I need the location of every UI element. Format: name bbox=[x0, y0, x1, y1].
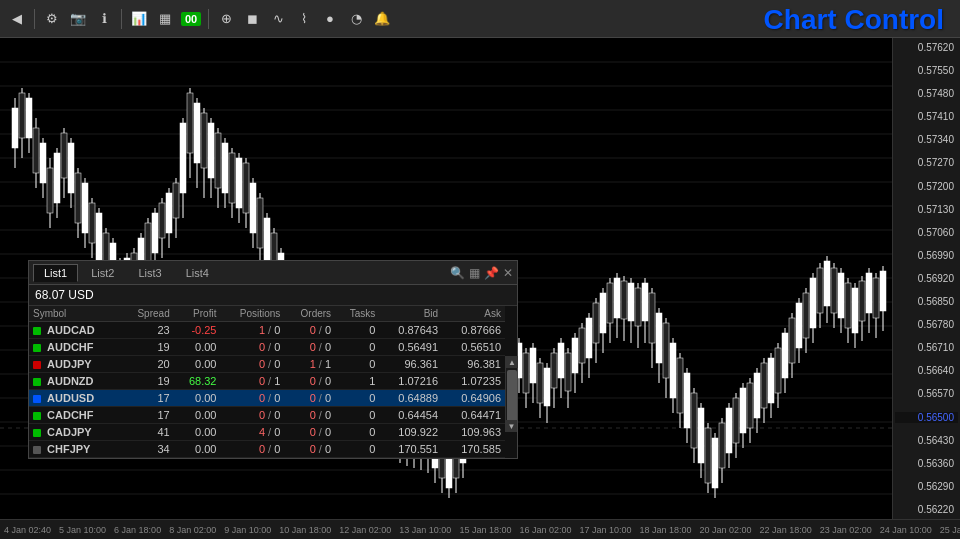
table-row[interactable]: AUDCAD 23 -0.25 1 / 0 0 / 0 0 0.87643 0.… bbox=[29, 322, 505, 339]
cell-profit: 68.32 bbox=[174, 373, 221, 390]
cell-bid: 0.64454 bbox=[379, 407, 442, 424]
cell-spread: 17 bbox=[121, 407, 174, 424]
svg-rect-24 bbox=[19, 93, 25, 138]
cell-symbol: AUDCAD bbox=[29, 322, 121, 339]
cell-tasks: 0 bbox=[335, 339, 379, 356]
svg-rect-78 bbox=[208, 123, 214, 178]
crosshair-button[interactable]: ⊕ bbox=[215, 8, 237, 30]
cell-bid: 0.87643 bbox=[379, 322, 442, 339]
settings-button[interactable]: ⚙ bbox=[41, 8, 63, 30]
svg-rect-60 bbox=[145, 223, 151, 263]
tab-list1[interactable]: List1 bbox=[33, 264, 78, 282]
cell-positions: 1 / 0 bbox=[220, 322, 284, 339]
svg-rect-212 bbox=[677, 358, 683, 413]
svg-rect-86 bbox=[236, 158, 242, 208]
tab-list3[interactable]: List3 bbox=[128, 264, 173, 282]
close-icon[interactable]: ✕ bbox=[503, 266, 513, 280]
svg-rect-28 bbox=[33, 128, 39, 173]
time-label: 6 Jan 18:00 bbox=[110, 525, 165, 535]
wave2-button[interactable]: ⌇ bbox=[293, 8, 315, 30]
svg-rect-182 bbox=[572, 338, 578, 373]
search-icon[interactable]: 🔍 bbox=[450, 266, 465, 280]
cell-bid: 109.922 bbox=[379, 424, 442, 441]
time-label: 24 Jan 10:00 bbox=[876, 525, 936, 535]
price-scale: 0.57620 0.57550 0.57480 0.57410 0.57340 … bbox=[892, 38, 960, 519]
price-label-8: 0.57130 bbox=[895, 204, 958, 215]
line-button[interactable]: ◼ bbox=[241, 8, 263, 30]
scrollbar[interactable]: ▲ ▼ bbox=[505, 356, 517, 432]
cell-tasks: 0 bbox=[335, 424, 379, 441]
svg-rect-22 bbox=[12, 108, 18, 148]
circle-button[interactable]: ● bbox=[319, 8, 341, 30]
pie-button[interactable]: ◔ bbox=[345, 8, 367, 30]
symbol-dot bbox=[33, 378, 41, 386]
price-label-4: 0.57410 bbox=[895, 111, 958, 122]
table-row[interactable]: CHFJPY 34 0.00 0 / 0 0 / 0 0 170.551 170… bbox=[29, 441, 505, 458]
diamond-button[interactable]: 00 bbox=[180, 8, 202, 30]
svg-rect-228 bbox=[733, 398, 739, 443]
cell-bid: 1.07216 bbox=[379, 373, 442, 390]
svg-rect-176 bbox=[551, 353, 557, 388]
svg-rect-256 bbox=[831, 268, 837, 313]
cell-orders: 0 / 0 bbox=[284, 322, 335, 339]
cell-symbol: AUDJPY bbox=[29, 356, 121, 373]
table-row[interactable]: CADCHF 17 0.00 0 / 0 0 / 0 0 0.64454 0.6… bbox=[29, 407, 505, 424]
wave-button[interactable]: ∿ bbox=[267, 8, 289, 30]
svg-rect-202 bbox=[642, 283, 648, 321]
tab-list4[interactable]: List4 bbox=[175, 264, 220, 282]
svg-rect-64 bbox=[159, 203, 165, 238]
time-scale: 4 Jan 02:40 5 Jan 10:00 6 Jan 18:00 8 Ja… bbox=[0, 519, 960, 539]
cell-tasks: 0 bbox=[335, 356, 379, 373]
separator bbox=[121, 9, 122, 29]
svg-rect-244 bbox=[789, 318, 795, 363]
options-icon[interactable]: ▦ bbox=[469, 266, 480, 280]
cell-spread: 20 bbox=[121, 356, 174, 373]
cell-tasks: 0 bbox=[335, 390, 379, 407]
market-watch-table: Symbol Spread Profit Positions Orders Ta… bbox=[29, 306, 505, 458]
svg-rect-220 bbox=[705, 428, 711, 483]
svg-rect-76 bbox=[201, 113, 207, 168]
price-label-6: 0.57270 bbox=[895, 157, 958, 168]
time-label: 15 Jan 18:00 bbox=[455, 525, 515, 535]
time-label: 10 Jan 18:00 bbox=[275, 525, 335, 535]
price-label-2: 0.57550 bbox=[895, 65, 958, 76]
price-label-19: 0.56360 bbox=[895, 458, 958, 469]
symbol-name: CADCHF bbox=[47, 409, 93, 421]
price-label-17: 0.56500 bbox=[895, 412, 958, 423]
chart-button[interactable]: 📊 bbox=[128, 8, 150, 30]
svg-rect-62 bbox=[152, 213, 158, 253]
svg-rect-242 bbox=[782, 333, 788, 378]
svg-rect-270 bbox=[880, 271, 886, 311]
table-row[interactable]: AUDNZD 19 68.32 0 / 1 0 / 0 1 1.07216 1.… bbox=[29, 373, 505, 390]
svg-rect-232 bbox=[747, 383, 753, 428]
cell-tasks: 1 bbox=[335, 373, 379, 390]
screenshot-button[interactable]: 📷 bbox=[67, 8, 89, 30]
bell-button[interactable]: 🔔 bbox=[371, 8, 393, 30]
info-button[interactable]: ℹ bbox=[93, 8, 115, 30]
cell-orders: 1 / 1 bbox=[284, 356, 335, 373]
scroll-down-arrow[interactable]: ▼ bbox=[506, 420, 517, 432]
tab-list2[interactable]: List2 bbox=[80, 264, 125, 282]
svg-rect-230 bbox=[740, 388, 746, 433]
pin-icon[interactable]: 📌 bbox=[484, 266, 499, 280]
table-row[interactable]: AUDJPY 20 0.00 0 / 0 1 / 1 0 96.361 96.3… bbox=[29, 356, 505, 373]
table-row[interactable]: CADJPY 41 0.00 4 / 0 0 / 0 0 109.922 109… bbox=[29, 424, 505, 441]
grid-button[interactable]: ▦ bbox=[154, 8, 176, 30]
svg-rect-74 bbox=[194, 103, 200, 163]
cell-profit: 0.00 bbox=[174, 407, 221, 424]
back-button[interactable]: ◀ bbox=[6, 8, 28, 30]
svg-rect-266 bbox=[866, 273, 872, 313]
table-row[interactable]: AUDCHF 19 0.00 0 / 0 0 / 0 0 0.56491 0.5… bbox=[29, 339, 505, 356]
price-label-16: 0.56570 bbox=[895, 388, 958, 399]
svg-rect-208 bbox=[663, 323, 669, 378]
table-row[interactable]: AUDUSD 17 0.00 0 / 0 0 / 0 0 0.64889 0.6… bbox=[29, 390, 505, 407]
scroll-up-arrow[interactable]: ▲ bbox=[506, 356, 518, 368]
symbol-dot bbox=[33, 446, 41, 454]
svg-rect-236 bbox=[761, 363, 767, 408]
svg-rect-186 bbox=[586, 318, 592, 358]
svg-rect-172 bbox=[537, 363, 543, 403]
svg-rect-188 bbox=[593, 303, 599, 343]
col-spread: Spread bbox=[121, 306, 174, 322]
svg-rect-260 bbox=[845, 283, 851, 328]
time-label: 16 Jan 02:00 bbox=[515, 525, 575, 535]
